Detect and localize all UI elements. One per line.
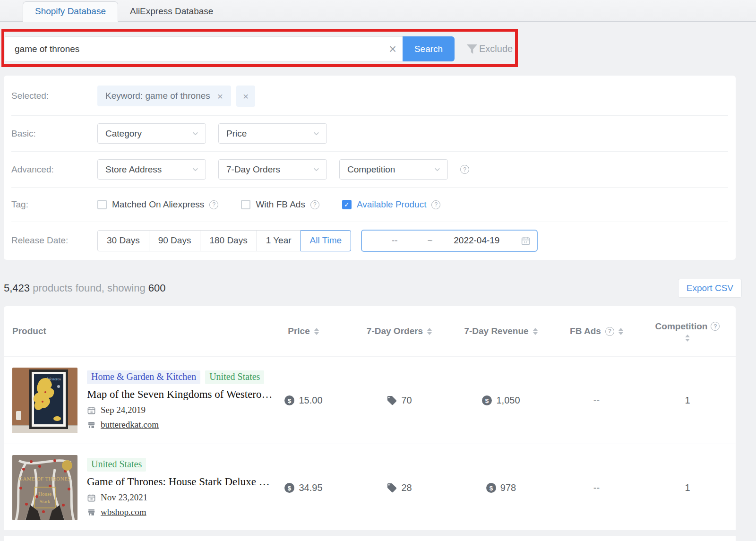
- category-dropdown[interactable]: Category: [97, 123, 206, 144]
- help-icon[interactable]: ?: [711, 322, 720, 331]
- sort-icon[interactable]: [685, 335, 690, 342]
- chevron-down-icon: [191, 129, 199, 137]
- help-icon[interactable]: ?: [431, 200, 440, 209]
- release-180-days[interactable]: 180 Days: [200, 230, 257, 251]
- store-address-dropdown[interactable]: Store Address: [97, 159, 206, 180]
- checkbox-label: Matched On Aliexpress: [112, 199, 204, 210]
- country-tag[interactable]: United States: [87, 458, 146, 472]
- selected-filter-row: Selected: Keyword: game of thrones × ×: [11, 77, 728, 116]
- release-date-segments: 30 Days 90 Days 180 Days 1 Year All Time: [97, 230, 351, 251]
- product-image-house-stark-box[interactable]: GAME OF THRONES House Stark: [12, 455, 77, 520]
- matched-on-aliexpress-checkbox[interactable]: [97, 200, 107, 209]
- dropdown-value: Category: [105, 129, 142, 139]
- svg-text:$: $: [288, 397, 292, 404]
- with-fb-ads-checkbox[interactable]: [241, 200, 250, 209]
- fb-ads-cell: --: [554, 395, 639, 406]
- tab-aliexpress-database[interactable]: AliExpress Database: [118, 2, 225, 21]
- sort-icon[interactable]: [619, 328, 623, 335]
- competition-dropdown[interactable]: Competition: [339, 159, 448, 180]
- store-icon: [87, 421, 96, 429]
- column-header-revenue[interactable]: 7-Day Revenue: [448, 326, 554, 336]
- date-text: Nov 23,2021: [101, 492, 147, 503]
- search-button[interactable]: Search: [403, 36, 455, 61]
- price-dropdown[interactable]: Price: [218, 123, 327, 144]
- svg-text:$: $: [490, 484, 493, 491]
- sort-icon[interactable]: [533, 328, 538, 335]
- results-count: 5,423: [4, 282, 30, 294]
- basic-filter-row: Basic: Category Price: [11, 116, 728, 152]
- tab-shopify-database[interactable]: Shopify Database: [23, 1, 118, 22]
- funnel-icon: [465, 42, 479, 56]
- date-separator: ~: [427, 235, 432, 246]
- clear-search-icon[interactable]: ×: [389, 43, 396, 55]
- results-shown-count: 600: [148, 282, 166, 294]
- release-90-days[interactable]: 90 Days: [149, 230, 201, 251]
- database-tabbar: Shopify Database AliExpress Database: [0, 0, 756, 22]
- exclude-label: Exclude: [479, 43, 513, 54]
- checkbox-label: Available Product: [357, 199, 427, 210]
- help-icon[interactable]: ?: [605, 327, 614, 336]
- store-domain-link[interactable]: wbshop.com: [101, 507, 146, 517]
- product-release-date: Sep 24,2019: [87, 405, 256, 415]
- row-separator: [0, 530, 756, 536]
- sort-icon[interactable]: [314, 328, 319, 335]
- advanced-label: Advanced:: [11, 164, 97, 175]
- results-summary-row: 5,423 products found, showing 600 Export…: [4, 279, 742, 298]
- available-product-checkbox[interactable]: ✓: [342, 200, 352, 209]
- chevron-down-icon: [312, 165, 320, 173]
- svg-text:House: House: [38, 491, 52, 497]
- column-header-price[interactable]: Price: [256, 326, 351, 336]
- column-header-orders[interactable]: 7-Day Orders: [351, 326, 448, 336]
- price-cell: $ 34.95: [256, 482, 351, 493]
- svg-text:Stark: Stark: [39, 498, 51, 504]
- product-release-date: Nov 23,2021: [87, 492, 256, 503]
- chevron-down-icon: [433, 165, 441, 173]
- with-fb-ads-option: With FB Ads ?: [241, 199, 319, 210]
- search-input[interactable]: [5, 36, 403, 61]
- column-label: Product: [12, 326, 46, 336]
- orders-cell: 28: [351, 482, 448, 493]
- column-header-fb-ads[interactable]: FB Ads ?: [554, 326, 639, 336]
- table-row: Westeros Home & Garden & Kitchen United …: [4, 356, 736, 444]
- column-header-competition[interactable]: Competition ?: [639, 321, 736, 342]
- product-title[interactable]: Map of the Seven Kingdoms of Westero…: [87, 388, 256, 401]
- product-title[interactable]: Game of Thrones: House Stark Deluxe …: [87, 476, 256, 488]
- keyword-filter-chip: Keyword: game of thrones ×: [97, 86, 231, 106]
- remove-keyword-icon[interactable]: ×: [217, 91, 223, 101]
- price-tag-icon: [387, 482, 397, 493]
- date-range-picker[interactable]: -- ~ 2022-04-19: [361, 230, 538, 252]
- product-store: wbshop.com: [87, 507, 256, 517]
- orders-dropdown[interactable]: 7-Day Orders: [218, 159, 327, 180]
- help-icon[interactable]: ?: [310, 200, 319, 209]
- store-icon: [87, 508, 96, 517]
- help-icon[interactable]: ?: [460, 165, 469, 174]
- price-value: 15.00: [299, 395, 322, 406]
- revenue-cell: $ 1,050: [448, 395, 554, 406]
- keyword-chip-label: Keyword: game of thrones: [105, 91, 210, 101]
- table-header-row: Product Price 7-Day Orders 7-Day Revenue…: [4, 306, 736, 356]
- release-30-days[interactable]: 30 Days: [97, 230, 149, 251]
- category-tag[interactable]: Home & Garden & Kitchen: [87, 370, 200, 384]
- exclude-filter-button[interactable]: Exclude: [465, 42, 513, 56]
- dropdown-value: Competition: [347, 164, 395, 175]
- svg-text:$: $: [288, 484, 292, 491]
- competition-value: 1: [685, 482, 690, 493]
- store-domain-link[interactable]: butteredkat.com: [101, 420, 159, 430]
- revenue-cell: $ 978: [448, 482, 554, 493]
- product-info: Home & Garden & Kitchen United States Ma…: [87, 370, 256, 430]
- product-tags: Home & Garden & Kitchen United States: [87, 370, 256, 384]
- next-row-peek: [4, 536, 736, 541]
- product-image-westeros-map[interactable]: Westeros: [12, 368, 77, 433]
- export-csv-button[interactable]: Export CSV: [678, 279, 742, 298]
- column-label: Price: [288, 326, 309, 336]
- country-tag[interactable]: United States: [205, 370, 264, 384]
- release-1-year[interactable]: 1 Year: [257, 230, 301, 251]
- help-icon[interactable]: ?: [209, 200, 218, 209]
- advanced-filter-row: Advanced: Store Address 7-Day Orders Com…: [11, 152, 728, 188]
- sort-icon[interactable]: [427, 328, 432, 335]
- calendar-icon: [521, 236, 531, 246]
- clear-all-filters-button[interactable]: ×: [236, 86, 255, 107]
- results-summary: 5,423 products found, showing 600: [4, 282, 166, 294]
- date-from-value: --: [362, 235, 427, 246]
- release-all-time[interactable]: All Time: [301, 230, 352, 251]
